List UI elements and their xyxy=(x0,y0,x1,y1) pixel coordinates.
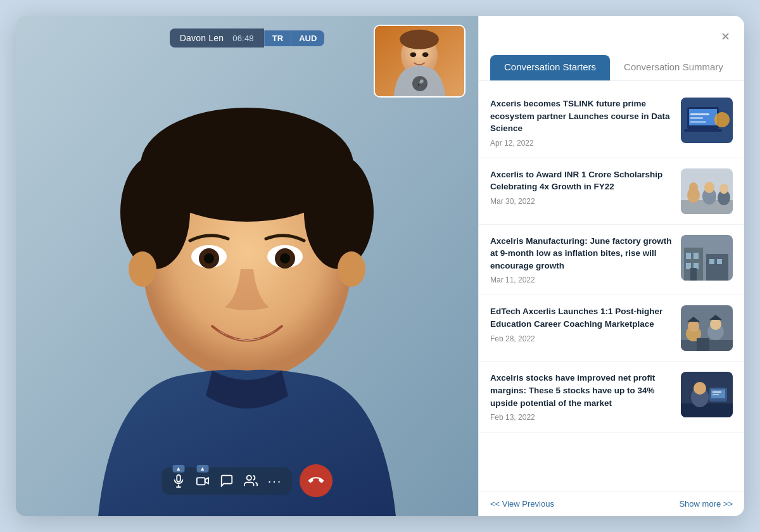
svg-rect-46 xyxy=(694,253,699,259)
app-container: Davon Len 06:48 TR AUD xyxy=(16,16,744,516)
svg-point-13 xyxy=(204,253,214,263)
svg-point-55 xyxy=(688,320,699,332)
caller-info: Davon Len 06:48 xyxy=(170,28,264,48)
news-title: EdTech Axcerlis Launches 1:1 Post-higher… xyxy=(490,305,673,330)
camera-button[interactable]: ▲ xyxy=(196,474,210,488)
view-previous-link[interactable]: << View Previous xyxy=(490,499,554,509)
people-button[interactable] xyxy=(244,474,258,488)
svg-point-19 xyxy=(422,53,429,58)
svg-rect-29 xyxy=(690,113,709,115)
badge-aud[interactable]: AUD xyxy=(291,30,324,46)
news-content: Axcelris Manufacturing: June factory gro… xyxy=(490,235,673,285)
svg-rect-50 xyxy=(717,259,722,264)
news-title: Axcelris Manufacturing: June factory gro… xyxy=(490,235,673,272)
sidebar-footer: << View Previous Show more >> xyxy=(479,491,744,516)
news-date: Mar 30, 2022 xyxy=(490,197,673,206)
caller-name: Davon Len xyxy=(180,33,224,43)
svg-rect-44 xyxy=(706,254,728,281)
svg-rect-45 xyxy=(686,253,691,259)
news-content: Axcelris stocks have improved net profit… xyxy=(490,372,673,422)
camera-up-arrow[interactable]: ▲ xyxy=(196,465,208,472)
svg-rect-67 xyxy=(712,391,721,393)
close-button[interactable]: ✕ xyxy=(718,27,733,46)
news-thumbnail xyxy=(681,168,733,214)
news-thumbnail xyxy=(681,235,733,281)
news-thumbnail xyxy=(681,305,733,351)
news-date: Apr 12, 2022 xyxy=(490,139,673,148)
news-title: Axceris becomes TSLINK future prime ecos… xyxy=(490,98,673,135)
tab-conversation-starters[interactable]: Conversation Starters xyxy=(490,55,610,80)
more-button[interactable]: ··· xyxy=(268,474,282,488)
controls-group: ▲ ▲ xyxy=(162,467,293,495)
news-title: Axcelris stocks have improved net profit… xyxy=(490,372,673,409)
news-item[interactable]: Axcelris Manufacturing: June factory gro… xyxy=(479,225,744,296)
badge-tr[interactable]: TR xyxy=(264,30,291,46)
svg-rect-51 xyxy=(690,268,697,281)
news-item[interactable]: Axcelris stocks have improved net profit… xyxy=(479,362,744,433)
tab-conversation-summary[interactable]: Conversation Summary xyxy=(610,55,737,80)
svg-point-41 xyxy=(719,184,728,194)
svg-point-25 xyxy=(246,476,251,480)
svg-point-33 xyxy=(714,112,730,127)
svg-point-7 xyxy=(129,251,156,287)
news-thumbnail xyxy=(681,98,733,143)
svg-rect-68 xyxy=(712,394,719,395)
svg-rect-47 xyxy=(686,263,691,269)
sidebar-header: ✕ xyxy=(479,16,744,46)
svg-rect-20 xyxy=(177,475,180,482)
svg-point-17 xyxy=(400,30,439,49)
svg-point-5 xyxy=(120,155,190,269)
news-content: Axceris becomes TSLINK future prime ecos… xyxy=(490,98,673,148)
news-date: Feb 28, 2022 xyxy=(490,334,673,343)
svg-rect-60 xyxy=(697,338,709,351)
video-controls: ▲ ▲ xyxy=(16,464,478,497)
news-thumbnail xyxy=(681,372,733,417)
svg-point-64 xyxy=(694,382,706,395)
svg-point-37 xyxy=(689,182,698,193)
news-item[interactable]: Axcerlis to Award INR 1 Crore Scholarshi… xyxy=(479,158,744,225)
pip-thumbnail: 🎤 xyxy=(374,25,466,98)
svg-point-14 xyxy=(280,253,290,263)
news-title: Axcerlis to Award INR 1 Crore Scholarshi… xyxy=(490,168,673,193)
call-time: 06:48 xyxy=(232,34,254,43)
news-content: Axcerlis to Award INR 1 Crore Scholarshi… xyxy=(490,168,673,206)
news-item[interactable]: EdTech Axcerlis Launches 1:1 Post-higher… xyxy=(479,295,744,362)
mic-up-arrow[interactable]: ▲ xyxy=(172,465,184,472)
svg-point-39 xyxy=(704,182,714,193)
svg-rect-32 xyxy=(684,129,722,132)
svg-rect-49 xyxy=(709,259,714,264)
show-more-link[interactable]: Show more >> xyxy=(679,499,733,509)
svg-point-58 xyxy=(710,319,721,330)
video-panel: Davon Len 06:48 TR AUD xyxy=(16,16,478,516)
svg-point-6 xyxy=(304,155,374,269)
svg-rect-31 xyxy=(690,121,706,123)
news-date: Mar 11, 2022 xyxy=(490,276,673,284)
news-item[interactable]: Axceris becomes TSLINK future prime ecos… xyxy=(479,87,744,158)
svg-rect-23 xyxy=(196,478,205,484)
news-list: Axceris becomes TSLINK future prime ecos… xyxy=(479,81,744,491)
end-call-button[interactable] xyxy=(300,464,332,497)
chat-button[interactable] xyxy=(220,474,234,488)
svg-rect-30 xyxy=(690,117,703,119)
pip-mute-icon: 🎤 xyxy=(412,76,428,91)
svg-point-8 xyxy=(338,251,365,287)
news-content: EdTech Axcerlis Launches 1:1 Post-higher… xyxy=(490,305,673,343)
svg-point-18 xyxy=(410,53,417,58)
svg-rect-62 xyxy=(681,403,733,417)
mic-button[interactable]: ▲ xyxy=(172,474,186,488)
news-date: Feb 13, 2022 xyxy=(490,413,673,422)
sidebar-panel: ✕ Conversation Starters Conversation Sum… xyxy=(478,16,744,516)
tabs-row: Conversation Starters Conversation Summa… xyxy=(479,55,744,81)
svg-marker-24 xyxy=(205,478,208,483)
